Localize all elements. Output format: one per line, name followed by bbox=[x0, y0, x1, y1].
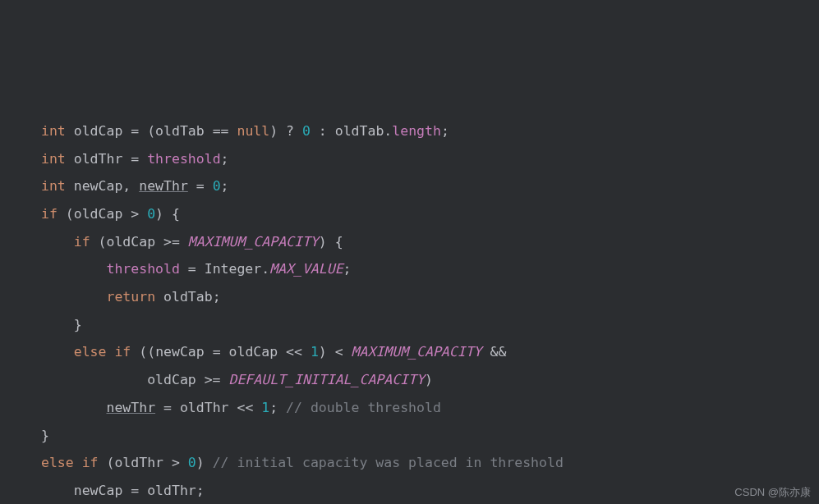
keyword-if: if bbox=[82, 455, 99, 470]
number-literal: 0 bbox=[147, 206, 155, 222]
code-line: else if (oldThr > 0) // initial capacity… bbox=[41, 449, 819, 477]
comment: // double threshold bbox=[286, 400, 441, 415]
number-literal: 1 bbox=[311, 344, 319, 360]
keyword-if: if bbox=[74, 234, 90, 250]
comment: // initial capacity was placed in thresh… bbox=[213, 455, 564, 470]
keyword-else: else bbox=[74, 344, 107, 360]
field-threshold: threshold bbox=[147, 151, 220, 167]
watermark: CSDN @陈亦康 bbox=[734, 486, 811, 499]
code-editor-viewport[interactable]: int oldCap = (oldTab == null) ? 0 : oldT… bbox=[41, 117, 819, 504]
keyword-int: int bbox=[41, 123, 66, 139]
code-line: } bbox=[41, 422, 819, 450]
code-line: newThr = oldThr << 1; // double threshol… bbox=[41, 394, 819, 422]
number-literal: 0 bbox=[188, 455, 196, 470]
number-literal: 0 bbox=[302, 123, 311, 139]
keyword-int: int bbox=[41, 178, 66, 194]
keyword-if: if bbox=[41, 206, 58, 222]
keyword-else: else bbox=[41, 455, 74, 470]
code-line: int oldThr = threshold; bbox=[41, 145, 819, 173]
number-literal: 0 bbox=[213, 178, 221, 194]
number-literal: 1 bbox=[261, 400, 269, 415]
code-line: int newCap, newThr = 0; bbox=[41, 172, 819, 200]
constant-default-initial-capacity: DEFAULT_INITIAL_CAPACITY bbox=[229, 372, 425, 387]
variable-newthr: newThr bbox=[106, 400, 155, 415]
keyword-null: null bbox=[237, 123, 269, 139]
code-line: int oldCap = (oldTab == null) ? 0 : oldT… bbox=[41, 117, 819, 145]
code-line: if (oldCap > 0) { bbox=[41, 200, 819, 228]
code-line: newCap = oldThr; bbox=[41, 477, 819, 504]
keyword-return: return bbox=[106, 289, 155, 305]
field-threshold: threshold bbox=[106, 261, 179, 277]
code-line: oldCap >= DEFAULT_INITIAL_CAPACITY) bbox=[41, 366, 819, 394]
code-line: } bbox=[41, 311, 819, 339]
constant-max-value: MAX_VALUE bbox=[269, 261, 343, 277]
code-line: threshold = Integer.MAX_VALUE; bbox=[41, 255, 819, 283]
constant-maximum-capacity: MAXIMUM_CAPACITY bbox=[352, 344, 482, 360]
keyword-int: int bbox=[41, 151, 66, 167]
code-line: if (oldCap >= MAXIMUM_CAPACITY) { bbox=[41, 228, 819, 256]
field-length: length bbox=[392, 123, 441, 139]
variable-newthr: newThr bbox=[139, 178, 188, 194]
code-line: else if ((newCap = oldCap << 1) < MAXIMU… bbox=[41, 338, 819, 366]
keyword-if: if bbox=[114, 344, 131, 360]
code-line: return oldTab; bbox=[41, 283, 819, 311]
constant-maximum-capacity: MAXIMUM_CAPACITY bbox=[188, 234, 319, 250]
